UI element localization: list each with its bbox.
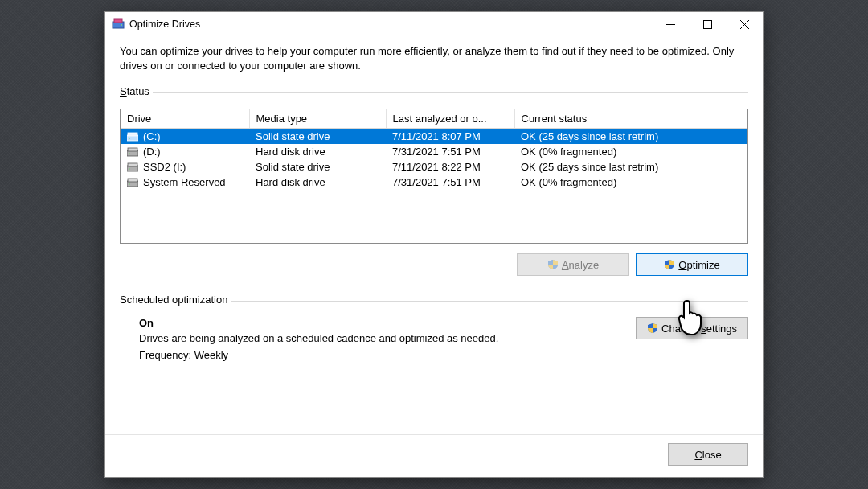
drive-status: OK (0% fragmented) (514, 175, 747, 190)
table-row[interactable]: System ReservedHard disk drive7/31/2021 … (121, 175, 747, 190)
svg-point-15 (129, 168, 130, 170)
drive-icon (127, 178, 138, 187)
drive-media: Solid state drive (249, 129, 386, 145)
drive-name: (D:) (143, 146, 161, 158)
table-row[interactable]: (D:)Hard disk drive7/31/2021 7:51 PMOK (… (121, 144, 747, 159)
drive-last: 7/11/2021 8:22 PM (386, 159, 514, 175)
optimize-drives-window: Optimize Drives You can optimize your dr… (104, 11, 764, 478)
drive-status: OK (0% fragmented) (514, 144, 747, 159)
drive-status: OK (25 days since last retrim) (514, 159, 747, 175)
drive-name: SSD2 (I:) (143, 161, 186, 173)
svg-rect-8 (128, 133, 137, 136)
schedule-desc: Drives are being analyzed on a scheduled… (139, 332, 620, 344)
svg-rect-17 (128, 179, 137, 182)
window-title: Optimize Drives (129, 18, 200, 30)
titlebar[interactable]: Optimize Drives (105, 12, 763, 36)
schedule-on-label: On (139, 317, 620, 329)
schedule-freq: Frequency: Weekly (139, 349, 620, 361)
svg-point-12 (129, 153, 130, 154)
drive-icon (127, 147, 138, 157)
drive-media: Solid state drive (249, 159, 386, 175)
close-button[interactable]: Close (668, 443, 748, 466)
svg-point-18 (129, 183, 130, 185)
svg-rect-4 (703, 20, 711, 28)
analyze-button: Analyze (517, 253, 629, 276)
col-last[interactable]: Last analyzed or o... (386, 109, 514, 129)
change-settings-button[interactable]: Change settings (636, 317, 748, 339)
drive-name: System Reserved (143, 176, 226, 188)
table-row[interactable]: SSD2 (I:)Solid state drive7/11/2021 8:22… (121, 159, 747, 175)
table-header-row[interactable]: Drive Media type Last analyzed or o... C… (121, 109, 747, 129)
drive-last: 7/31/2021 7:51 PM (386, 144, 514, 159)
status-heading: Status (120, 85, 149, 97)
drive-status: OK (25 days since last retrim) (514, 129, 747, 145)
svg-rect-11 (128, 148, 137, 151)
app-icon (112, 18, 125, 31)
scheduled-heading: Scheduled optimization (120, 294, 227, 306)
drive-name: (C:) (143, 130, 161, 142)
col-drive[interactable]: Drive (121, 109, 249, 129)
minimize-button[interactable] (652, 12, 689, 36)
optimize-button[interactable]: Optimize (636, 253, 748, 276)
shield-icon (647, 323, 658, 334)
svg-point-2 (121, 24, 122, 26)
drive-last: 7/11/2021 8:07 PM (386, 129, 514, 145)
svg-rect-1 (114, 19, 122, 23)
shield-icon (664, 259, 675, 270)
drive-media: Hard disk drive (249, 175, 386, 190)
drive-media: Hard disk drive (249, 144, 386, 159)
shield-icon (547, 259, 559, 270)
svg-rect-14 (128, 163, 137, 166)
drive-icon (127, 162, 138, 172)
drive-icon (127, 132, 138, 142)
col-status[interactable]: Current status (514, 109, 747, 129)
col-media[interactable]: Media type (249, 109, 386, 129)
table-row[interactable]: (C:)Solid state drive7/11/2021 8:07 PMOK… (121, 129, 747, 145)
close-window-button[interactable] (726, 12, 763, 36)
drives-table[interactable]: Drive Media type Last analyzed or o... C… (120, 109, 748, 244)
maximize-button[interactable] (689, 12, 726, 36)
intro-text: You can optimize your drives to help you… (120, 44, 748, 72)
svg-point-9 (129, 138, 130, 139)
drive-last: 7/31/2021 7:51 PM (386, 175, 514, 190)
